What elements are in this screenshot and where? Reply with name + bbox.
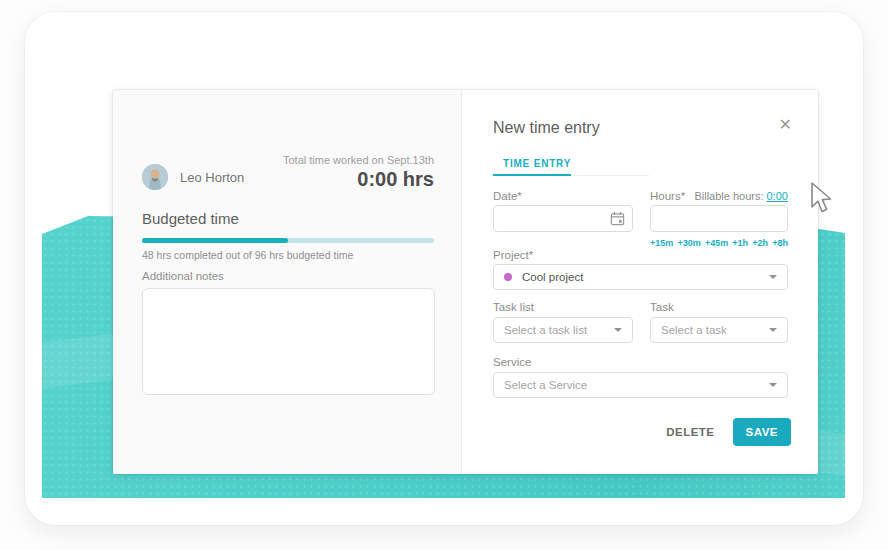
billable-hours: Billable hours: 0:00 [694,190,788,202]
additional-notes-label: Additional notes [142,270,224,282]
task-list-placeholder: Select a task list [504,324,587,336]
budget-summary-panel: Leo Horton Total time worked on Sept.13t… [113,90,462,474]
delete-button[interactable]: DELETE [666,426,714,438]
quick-add-15m[interactable]: +15m [650,238,673,248]
billable-hours-label: Billable hours: [694,190,763,202]
project-color-dot [504,273,512,281]
task-label: Task [650,301,674,313]
task-list-select[interactable]: Select a task list [493,317,633,343]
close-icon[interactable]: ✕ [779,117,792,133]
project-label: Project* [493,249,533,261]
task-list-label: Task list [493,301,534,313]
avatar-image [142,164,168,190]
progress-fill [142,238,288,243]
additional-notes-textarea[interactable] [142,288,435,395]
user-name: Leo Horton [180,170,244,185]
screen: Leo Horton Total time worked on Sept.13t… [0,0,888,550]
quick-add-45m[interactable]: +45m [705,238,728,248]
hours-input[interactable] [650,205,788,232]
total-time-label: Total time worked on Sept.13th [283,154,434,166]
chevron-down-icon [614,328,622,332]
calendar-icon[interactable] [610,211,625,226]
hours-label: Hours* [650,190,685,202]
billable-hours-value-link[interactable]: 0:00 [767,190,788,202]
dialog-actions: DELETE SAVE [666,418,791,446]
user-avatar [142,164,168,190]
quick-add-2h[interactable]: +2h [752,238,768,248]
project-selected-value: Cool project [522,271,583,283]
total-time-block: Total time worked on Sept.13th 0:00 hrs [283,154,434,191]
budget-progress-caption: 48 hrs completed out of 96 hrs budgeted … [142,249,353,261]
user-row: Leo Horton Total time worked on Sept.13t… [142,154,434,198]
task-placeholder: Select a task [661,324,727,336]
quick-add-30m[interactable]: +30m [677,238,700,248]
project-select[interactable]: Cool project [493,264,788,290]
chevron-down-icon [769,383,777,387]
service-label: Service [493,356,531,368]
new-time-entry-panel: New time entry ✕ TIME ENTRY Date* Hours*… [462,90,818,474]
chevron-down-icon [769,328,777,332]
tab-active-underline [493,174,571,176]
app-frame: Leo Horton Total time worked on Sept.13t… [25,12,863,525]
save-button[interactable]: SAVE [733,418,791,446]
time-entry-modal: Leo Horton Total time worked on Sept.13t… [113,90,818,474]
tab-time-entry[interactable]: TIME ENTRY [493,158,581,169]
total-time-value: 0:00 hrs [283,168,434,191]
budget-progress-bar [142,238,434,243]
dialog-title: New time entry [493,119,600,137]
wave-highlight-band [42,334,114,389]
quick-add-8h[interactable]: +8h [772,238,788,248]
service-placeholder: Select a Service [504,379,587,391]
chevron-down-icon [769,275,777,279]
date-label: Date* [493,190,522,202]
budgeted-time-title: Budgeted time [142,210,239,227]
quick-add-hours-row: +15m +30m +45m +1h +2h +8h [650,238,788,248]
task-select[interactable]: Select a task [650,317,788,343]
service-select[interactable]: Select a Service [493,372,788,398]
quick-add-1h[interactable]: +1h [732,238,748,248]
